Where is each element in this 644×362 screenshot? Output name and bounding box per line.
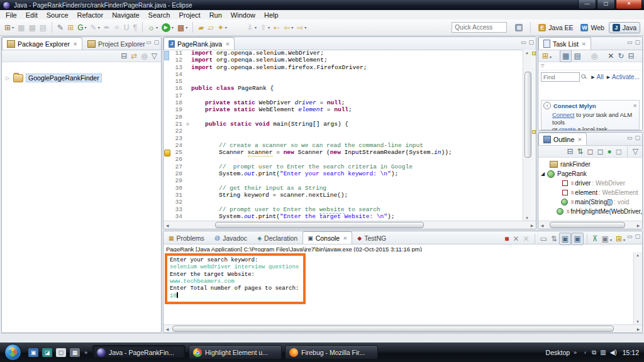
outline-item-element[interactable]: Selement : WebElement (541, 188, 642, 197)
scroll-down-arrow[interactable]: ▼ (634, 320, 641, 324)
link-with-editor-icon[interactable]: ⇄ (129, 50, 139, 62)
tray-display-icon[interactable]: ▥ (600, 349, 606, 356)
outline-item-fnhighlightmewebdriver[interactable]: SfnHighlightMe(WebDriver, (541, 207, 642, 216)
scroll-left-arrow[interactable]: ◀ (538, 223, 546, 228)
close-button[interactable]: ✕ (616, 0, 642, 9)
tab-package-explorer[interactable]: Package Explorer✕ (2, 37, 82, 50)
menu-refactor[interactable]: Refactor (73, 11, 108, 19)
task-list-toolbar-overflow[interactable]: ▽ (538, 62, 642, 70)
open-perspective-icon[interactable]: ⊞ (514, 22, 526, 33)
outline-item-pagerank[interactable]: ◢PageRank (541, 169, 642, 178)
forward-icon[interactable]: ⇨▾ (296, 22, 308, 33)
previous-annotation-icon[interactable]: ⇧▾ (259, 22, 271, 33)
editor-vertical-scrollbar[interactable]: ▲ ▼ (523, 50, 531, 221)
close-icon[interactable]: ✕ (633, 103, 637, 109)
collapse-all-icon[interactable]: ⊟ (119, 50, 129, 62)
activate-link[interactable]: Activate... (612, 74, 640, 80)
console-output[interactable]: Enter your search keyword:selenium webdr… (164, 252, 634, 325)
scroll-right-arrow[interactable]: ▶ (635, 327, 642, 331)
view-menu-icon[interactable]: ▽ (150, 50, 159, 62)
scheduled-view-icon[interactable]: ▤ (572, 50, 582, 62)
scrollbar-thumb[interactable] (172, 326, 614, 332)
quicklaunch-media-icon[interactable]: ◪ (42, 348, 52, 357)
connect-link[interactable]: Connect (552, 111, 574, 118)
task-filters-icon[interactable]: ✧ (642, 50, 643, 62)
mark-occurrences-icon[interactable]: ✒ (103, 22, 111, 33)
start-button[interactable] (4, 344, 21, 361)
taskbar-button-eclipse[interactable]: Java - PageRankFin... (92, 345, 186, 359)
menu-source[interactable]: Source (42, 11, 73, 19)
menu-help[interactable]: Help (260, 11, 283, 19)
toolbar-overflow-icon[interactable]: ▽ (541, 63, 544, 69)
open-console-icon[interactable]: ⊞▾ (614, 233, 627, 244)
tab-problems[interactable]: ▦Problems (164, 231, 209, 244)
expand-activate-icon[interactable]: ▶ (607, 75, 610, 80)
tab-testng[interactable]: ◆TestNG (352, 231, 391, 244)
focus-on-active-task-icon[interactable]: ◎ (139, 50, 149, 62)
open-folder-icon[interactable]: ▰ (197, 22, 205, 33)
back-icon[interactable]: ⇦▾ (282, 22, 294, 33)
save-icon[interactable]: ▦ (16, 22, 26, 33)
menu-search[interactable]: Search (144, 11, 175, 19)
outline-horizontal-scrollbar[interactable]: ◀ ▶ (538, 221, 642, 229)
tab-javadoc[interactable]: @Javadoc (209, 231, 252, 244)
scroll-up-arrow[interactable]: ▲ (523, 51, 531, 55)
tray-chevron-icon[interactable]: » (574, 349, 577, 356)
minimize-view-icon[interactable]: ▭ (146, 39, 152, 45)
quicklaunch-movie-icon[interactable]: ▦ (70, 348, 80, 357)
next-annotation-icon[interactable]: ⇩▾ (246, 22, 258, 33)
maximize-view-icon[interactable]: ▢ (635, 39, 640, 45)
categorized-view-icon[interactable]: ▦ (560, 50, 572, 62)
all-link[interactable]: All (597, 74, 604, 80)
minimize-view-icon[interactable]: ▭ (627, 233, 633, 239)
terminate-icon[interactable]: ■ (502, 233, 511, 244)
perspective-web[interactable]: WWeb (577, 23, 607, 33)
quicklaunch-explorer-icon[interactable]: ▣ (28, 348, 38, 357)
clear-console-icon[interactable]: ▭ (538, 233, 549, 244)
console-horizontal-scrollbar[interactable]: ◀ ▶ (164, 324, 642, 332)
outline-item-driver[interactable]: Sdriver : WebDriver (541, 178, 642, 188)
scroll-up-arrow[interactable]: ▲ (634, 253, 641, 257)
collapse-all-icon[interactable]: ⊟ (565, 146, 575, 157)
minimize-view-icon[interactable]: ▭ (521, 39, 526, 45)
taskbar-clock[interactable]: 15:12 (623, 349, 639, 356)
outline-tab[interactable]: Outline ✕ (538, 133, 587, 145)
editor-horizontal-scrollbar[interactable]: ◀ ▶ (164, 221, 536, 229)
coverage-icon[interactable]: ▩▾ (176, 22, 189, 33)
maximize-button[interactable]: ▢ (597, 0, 615, 9)
hide-local-types-icon[interactable]: ◻ (614, 146, 624, 157)
new-java-class-icon[interactable]: G▾ (76, 22, 87, 33)
editor-tab-pagerank[interactable]: J PageRank.java ✕ (164, 37, 235, 50)
show-console-stderr-icon[interactable]: ▣ (571, 233, 583, 245)
minimize-view-icon[interactable]: ▭ (627, 134, 633, 141)
delete-task-icon[interactable]: ✕ (606, 50, 616, 62)
create-task-link[interactable]: create (559, 126, 575, 131)
collapse-all-icon[interactable]: ⊟ (626, 50, 636, 62)
hide-fields-icon[interactable]: ◻ (586, 146, 596, 157)
new-task-icon[interactable]: ⊞▾ (540, 50, 553, 62)
expander-icon[interactable]: ◢ (541, 171, 547, 177)
new-java-project-icon[interactable]: ⊞ (66, 22, 75, 33)
close-tab-icon[interactable]: ✕ (73, 41, 77, 47)
tab-console[interactable]: ▣Console✕ (303, 231, 352, 244)
scrollbar-thumb[interactable] (550, 222, 625, 228)
menu-window[interactable]: Window (226, 11, 260, 19)
maximize-view-icon[interactable]: ▢ (528, 39, 534, 45)
maximize-view-icon[interactable]: ▢ (635, 233, 640, 239)
pin-console-icon[interactable]: ⊼ (591, 233, 600, 244)
tray-volume-icon[interactable]: ◀) (610, 349, 617, 356)
taskbar-button-firefox[interactable]: Firebug - Mozilla Fir... (285, 345, 378, 359)
save-all-icon[interactable]: ▦ (27, 22, 36, 33)
focus-on-workweek-icon[interactable]: ◎ (589, 50, 599, 62)
remove-launch-icon[interactable]: ✕ (511, 233, 521, 244)
run-icon[interactable]: ▶▾ (160, 22, 175, 33)
scroll-left-arrow[interactable]: ◀ (164, 223, 171, 228)
menu-file[interactable]: File (0, 11, 21, 19)
scroll-right-arrow[interactable]: ▶ (528, 223, 536, 228)
perspective-java-ee[interactable]: EJava EE (535, 23, 576, 33)
sort-icon[interactable]: ⇅ (575, 146, 586, 157)
fold-collapse-icon[interactable]: ⊖ (184, 121, 191, 128)
scroll-right-arrow[interactable]: ▶ (635, 223, 642, 228)
minimize-view-icon[interactable]: ▭ (627, 39, 633, 45)
expander-icon[interactable]: ▷ (6, 75, 13, 81)
